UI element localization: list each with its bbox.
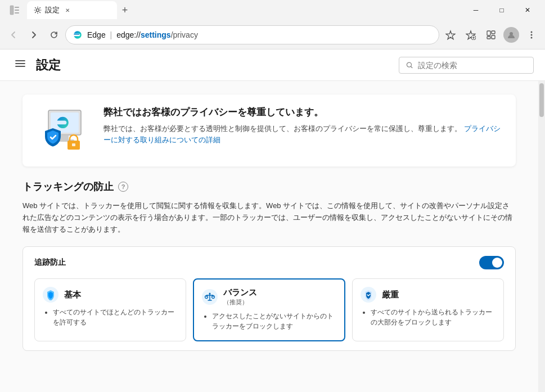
- tab-title: 設定: [45, 5, 60, 15]
- tracking-toggle[interactable]: [479, 256, 504, 269]
- svg-point-13: [531, 37, 533, 38]
- more-menu-button[interactable]: [523, 26, 541, 44]
- tracking-card-header: 追跡防止: [34, 256, 504, 269]
- help-icon[interactable]: ?: [118, 182, 128, 192]
- favorites-button[interactable]: [442, 26, 460, 44]
- url-display: Edge | edge://settings/privacy: [87, 30, 198, 39]
- svg-rect-8: [492, 35, 495, 39]
- refresh-button[interactable]: [45, 26, 63, 44]
- tracking-description: Web サイトでは、トラッカーを使用して閲覧に関する情報を収集します。Web サ…: [22, 200, 516, 235]
- privacy-hero-illustration: [37, 106, 91, 155]
- address-bar[interactable]: Edge | edge://settings/privacy: [65, 25, 439, 44]
- hero-text: 弊社ではお客様のプライバシーを尊重しています。 弊社では、お客様が必要とする透明…: [103, 106, 502, 145]
- browser-content: 設定: [0, 49, 545, 392]
- mode-card-basic[interactable]: 基本 すべてのサイトでほとんどのトラッカーを許可する: [34, 278, 186, 341]
- forward-button[interactable]: [25, 26, 43, 44]
- profile-avatar: [503, 27, 519, 43]
- close-button[interactable]: ✕: [515, 0, 541, 20]
- settings-page: 設定: [0, 49, 545, 392]
- strict-mode-icon: [361, 287, 376, 303]
- tracking-section-title: トラッキングの防止 ?: [22, 180, 516, 193]
- maximize-button[interactable]: □: [489, 0, 515, 20]
- window-controls: ─ □ ✕: [463, 0, 541, 20]
- svg-point-11: [531, 31, 533, 33]
- balanced-mode-icon: [202, 289, 218, 305]
- edge-logo-icon: [73, 30, 83, 40]
- svg-rect-9: [487, 37, 490, 39]
- privacy-hero-card: 弊社ではお客様のプライバシーを尊重しています。 弊社では、お客様が必要とする透明…: [22, 94, 516, 166]
- settings-search-box[interactable]: [399, 57, 534, 74]
- svg-point-4: [37, 9, 39, 12]
- hero-icon-area: [36, 106, 92, 155]
- profile-button[interactable]: [502, 26, 520, 44]
- svg-rect-0: [10, 6, 13, 15]
- sidebar-toggle[interactable]: [4, 2, 25, 18]
- active-tab[interactable]: 設定 ✕: [27, 1, 117, 19]
- balanced-mode-desc: アクセスしたことがないサイトからのトラッカーをブロックします: [202, 311, 336, 331]
- svg-rect-2: [15, 10, 19, 11]
- svg-rect-17: [61, 135, 69, 139]
- mode-card-strict[interactable]: 厳重 すべてのサイトから送られるトラッカーの大部分をブロックします: [352, 278, 504, 341]
- basic-mode-desc: すべてのサイトでほとんどのトラッカーを許可する: [43, 307, 178, 327]
- tab-close-button[interactable]: ✕: [63, 6, 72, 15]
- mode-card-balanced-header: バランス （推奨）: [202, 287, 336, 307]
- tab-area: 設定 ✕ +: [4, 1, 461, 19]
- strict-mode-name: 厳重: [382, 290, 399, 300]
- basic-mode-name: 基本: [64, 290, 81, 300]
- hamburger-menu-icon[interactable]: [11, 55, 29, 75]
- new-tab-button[interactable]: +: [117, 2, 133, 18]
- tracking-card: 追跡防止 基本: [22, 246, 516, 351]
- hero-title: 弊社ではお客様のプライバシーを尊重しています。: [103, 106, 502, 119]
- svg-rect-1: [15, 7, 19, 8]
- scrollbar-thumb[interactable]: [539, 83, 544, 117]
- svg-point-12: [531, 34, 533, 35]
- balanced-mode-name: バランス: [223, 287, 257, 298]
- svg-rect-3: [15, 12, 19, 13]
- svg-rect-20: [72, 143, 75, 146]
- settings-main: 弊社ではお客様のプライバシーを尊重しています。 弊社では、お客様が必要とする透明…: [0, 81, 538, 392]
- collections-button[interactable]: [482, 26, 500, 44]
- toolbar-icons: [442, 26, 541, 44]
- mode-cards: 基本 すべてのサイトでほとんどのトラッカーを許可する: [34, 278, 504, 341]
- svg-rect-6: [487, 31, 490, 35]
- svg-rect-7: [492, 31, 495, 34]
- mode-card-strict-header: 厳重: [361, 287, 496, 303]
- search-input[interactable]: [418, 61, 526, 70]
- right-scrollbar[interactable]: [538, 81, 545, 392]
- hero-description: 弊社では、お客様が必要とする透明性と制御を提供して、お客様のプライバシーを常に保…: [103, 123, 502, 145]
- address-bar-area: Edge | edge://settings/privacy: [0, 20, 545, 49]
- favorites-bar-button[interactable]: [462, 26, 480, 44]
- page-title: 設定: [36, 57, 392, 74]
- minimize-button[interactable]: ─: [463, 0, 489, 20]
- basic-mode-icon: [43, 287, 58, 303]
- settings-gear-icon: [34, 6, 42, 14]
- tracking-card-label: 追跡防止: [34, 258, 66, 268]
- mode-card-balanced[interactable]: バランス （推奨） アクセスしたことがないサイトからのトラッカーをブロックします: [193, 278, 345, 341]
- title-bar: 設定 ✕ + ─ □ ✕: [0, 0, 545, 20]
- balanced-mode-rec: （推奨）: [223, 298, 257, 307]
- search-icon: [406, 61, 413, 69]
- strict-mode-desc: すべてのサイトから送られるトラッカーの大部分をブロックします: [361, 307, 496, 327]
- mode-card-basic-header: 基本: [43, 287, 178, 303]
- settings-header: 設定: [0, 49, 545, 81]
- back-button[interactable]: [4, 26, 22, 44]
